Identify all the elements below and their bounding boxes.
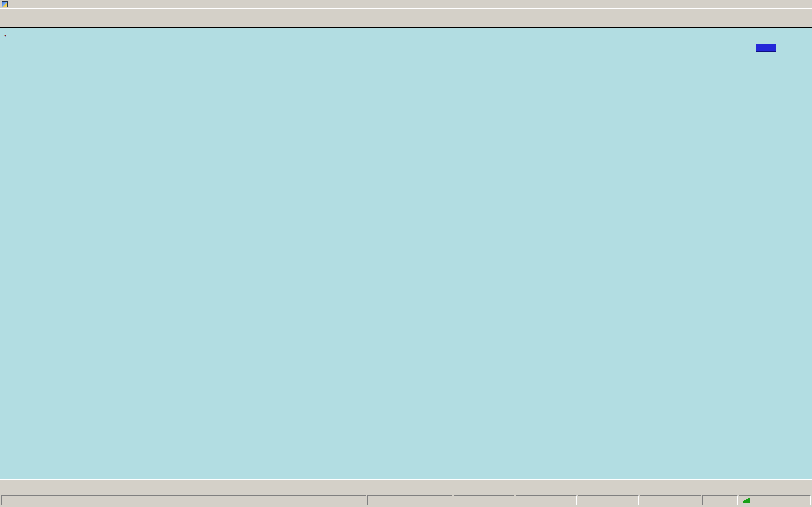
network-bars-icon	[743, 498, 750, 503]
mt4-application: ▾	[0, 0, 812, 507]
chart-window: ▾	[0, 27, 812, 479]
close-icon[interactable]	[801, 1, 809, 7]
status-pane-empty	[702, 495, 738, 505]
window-buttons	[782, 1, 812, 7]
chart-title: ▾	[4, 33, 7, 38]
collapse-triangle-icon[interactable]: ▾	[4, 34, 6, 38]
status-pane-empty	[640, 495, 701, 505]
status-help-text	[1, 495, 366, 505]
status-account	[367, 495, 452, 505]
chart-canvas[interactable]	[0, 27, 812, 480]
app-icon	[2, 1, 8, 7]
status-connection	[739, 495, 811, 505]
menu-bar	[0, 0, 812, 9]
hide-button[interactable]	[756, 44, 776, 52]
restore-icon[interactable]	[792, 1, 800, 7]
status-pane-empty	[454, 495, 514, 505]
toolbar	[0, 9, 812, 27]
chart-tab-bar	[0, 479, 812, 494]
status-pane-empty	[516, 495, 577, 505]
status-bar	[0, 494, 812, 507]
status-pane-empty	[578, 495, 639, 505]
minimize-icon[interactable]	[782, 1, 791, 7]
